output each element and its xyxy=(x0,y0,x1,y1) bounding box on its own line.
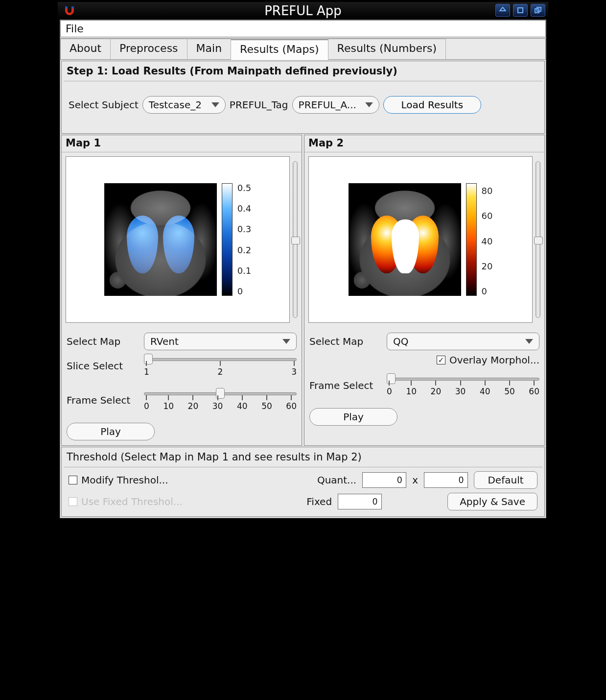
map2-vscroll[interactable] xyxy=(536,161,540,318)
preful-tag-value: PREFUL_A... xyxy=(299,99,356,111)
map1-lung-render xyxy=(104,183,217,296)
chevron-down-icon xyxy=(365,102,373,107)
tab-results-maps[interactable]: Results (Maps) xyxy=(231,39,328,60)
threshold-title: Threshold (Select Map in Map 1 and see r… xyxy=(64,449,542,467)
svg-rect-1 xyxy=(71,6,74,8)
modify-threshold-checkbox[interactable]: Modify Threshol... xyxy=(69,474,168,486)
map1-image[interactable]: 0.5 0.4 0.3 0.2 0.1 0 xyxy=(66,156,290,323)
quant-label: Quant... xyxy=(317,474,356,486)
checkbox-icon xyxy=(69,497,77,506)
map1-select-map-dropdown[interactable]: RVent xyxy=(144,333,297,350)
fixed-label: Fixed xyxy=(306,496,332,507)
tab-main[interactable]: Main xyxy=(187,39,232,59)
magnet-icon xyxy=(63,5,76,16)
menu-file[interactable]: File xyxy=(66,23,84,35)
map2-select-map-label: Select Map xyxy=(309,336,378,347)
quant-b-input[interactable] xyxy=(424,472,468,488)
map2-lung-render xyxy=(349,183,461,296)
fixed-input[interactable] xyxy=(338,494,382,509)
minimize-button[interactable] xyxy=(495,4,510,17)
map1-colorbar-ticks: 0.5 0.4 0.3 0.2 0.1 0 xyxy=(237,183,252,296)
chevron-down-icon xyxy=(525,339,533,344)
map1-panel: Map 1 0.5 0.4 0.3 0.2 xyxy=(61,135,302,446)
content-area: File About Preprocess Main Results (Maps… xyxy=(60,20,546,518)
restore-button[interactable] xyxy=(531,4,545,17)
select-subject-label: Select Subject xyxy=(69,99,139,111)
chevron-down-icon xyxy=(282,339,290,344)
map2-select-map-value: QQ xyxy=(393,336,408,347)
threshold-panel: Threshold (Select Map in Map 1 and see r… xyxy=(61,447,545,517)
tab-preprocess[interactable]: Preprocess xyxy=(111,39,187,59)
preful-tag-dropdown[interactable]: PREFUL_A... xyxy=(292,96,379,114)
tab-bar: About Preprocess Main Results (Maps) Res… xyxy=(60,38,546,60)
tab-results-numbers[interactable]: Results (Numbers) xyxy=(328,39,446,59)
map1-colorbar xyxy=(222,183,233,296)
map1-play-button[interactable]: Play xyxy=(67,423,155,440)
window-title: PREFUL App xyxy=(58,3,548,18)
overlay-morphology-checkbox[interactable]: ✓ Overlay Morphol... xyxy=(437,354,539,366)
map1-slice-select-label: Slice Select xyxy=(67,360,135,372)
map1-title: Map 1 xyxy=(62,135,302,152)
chevron-down-icon xyxy=(211,102,219,107)
use-fixed-threshold-checkbox: Use Fixed Threshol... xyxy=(69,496,183,507)
maps-row: Map 1 0.5 0.4 0.3 0.2 xyxy=(61,135,545,446)
map1-frame-select-label: Frame Select xyxy=(67,394,135,406)
select-subject-value: Testcase_2 xyxy=(149,99,202,111)
map2-title: Map 2 xyxy=(304,135,544,152)
svg-rect-0 xyxy=(65,6,68,8)
default-button[interactable]: Default xyxy=(474,471,537,489)
map2-panel: Map 2 80 60 40 xyxy=(304,135,545,446)
map2-frame-select-label: Frame Select xyxy=(309,380,378,391)
map2-play-button[interactable]: Play xyxy=(309,408,397,426)
times-label: x xyxy=(412,474,418,486)
step1-title: Step 1: Load Results (From Mainpath defi… xyxy=(64,63,542,81)
step1-panel: Step 1: Load Results (From Mainpath defi… xyxy=(61,61,545,134)
map2-colorbar-ticks: 80 60 40 20 0 xyxy=(482,183,493,296)
overlay-morphology-label: Overlay Morphol... xyxy=(449,354,539,366)
map1-vscroll[interactable] xyxy=(293,161,298,318)
map1-frame-slider[interactable]: 0 10 20 30 40 50 60 xyxy=(144,388,297,412)
map1-select-map-value: RVent xyxy=(150,336,179,347)
checkbox-icon: ✓ xyxy=(437,356,445,364)
maximize-button[interactable] xyxy=(513,4,528,17)
svg-rect-2 xyxy=(518,8,523,13)
map2-frame-slider[interactable]: 0 10 20 30 40 50 60 xyxy=(387,374,539,397)
map1-slice-slider[interactable]: 1 2 3 xyxy=(144,354,297,378)
modify-threshold-label: Modify Threshol... xyxy=(81,474,168,486)
menubar: File xyxy=(60,20,546,37)
select-subject-dropdown[interactable]: Testcase_2 xyxy=(142,96,226,114)
apply-save-button[interactable]: Apply & Save xyxy=(447,493,537,510)
app-window: PREFUL App File About Preprocess xyxy=(56,0,550,525)
map1-select-map-label: Select Map xyxy=(67,336,135,347)
map2-image[interactable]: 80 60 40 20 0 xyxy=(308,156,533,323)
quant-a-input[interactable] xyxy=(362,472,406,488)
checkbox-icon xyxy=(69,476,77,484)
load-results-button[interactable]: Load Results xyxy=(383,96,481,114)
tab-about[interactable]: About xyxy=(61,39,111,59)
map2-colorbar xyxy=(466,183,477,296)
use-fixed-threshold-label: Use Fixed Threshol... xyxy=(81,496,183,507)
titlebar: PREFUL App xyxy=(58,2,548,20)
map2-select-map-dropdown[interactable]: QQ xyxy=(387,333,539,350)
preful-tag-label: PREFUL_Tag xyxy=(230,99,288,111)
